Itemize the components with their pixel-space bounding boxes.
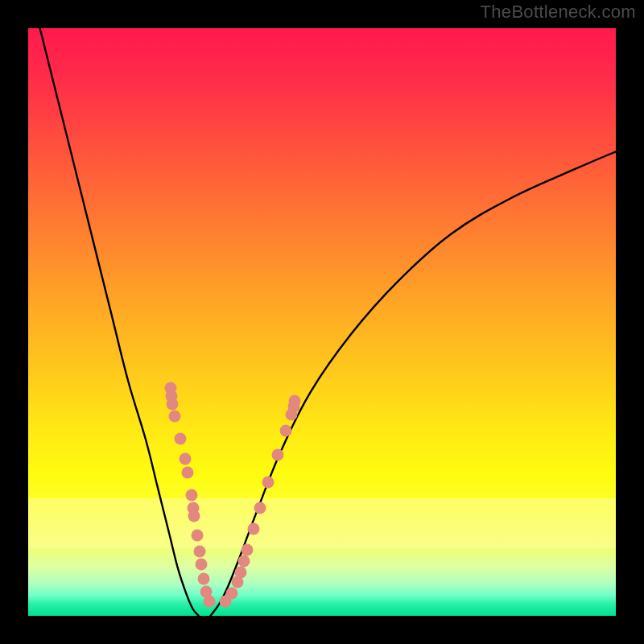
- data-marker: [175, 433, 187, 445]
- data-marker: [226, 588, 238, 600]
- data-marker: [289, 395, 301, 407]
- data-marker: [248, 523, 260, 535]
- data-marker: [235, 567, 247, 579]
- data-marker: [238, 555, 250, 568]
- plot-area: [28, 28, 616, 616]
- data-marker: [280, 425, 292, 437]
- data-marker: [182, 467, 194, 479]
- data-marker: [186, 489, 198, 502]
- data-marker: [194, 546, 206, 558]
- data-marker: [188, 510, 200, 522]
- data-marker: [272, 449, 284, 461]
- data-marker: [242, 544, 254, 556]
- data-marker: [198, 573, 210, 585]
- highlight-band: [28, 498, 616, 548]
- chart-frame: TheBottleneck.com: [0, 0, 644, 644]
- data-marker: [192, 530, 204, 542]
- data-marker: [167, 398, 179, 411]
- data-marker: [169, 411, 181, 423]
- data-marker: [196, 559, 208, 571]
- watermark-text: TheBottleneck.com: [481, 2, 636, 23]
- data-marker: [262, 477, 275, 489]
- data-marker: [204, 596, 216, 608]
- data-marker: [180, 453, 192, 465]
- data-marker: [254, 502, 266, 514]
- curve-layer: [28, 28, 616, 616]
